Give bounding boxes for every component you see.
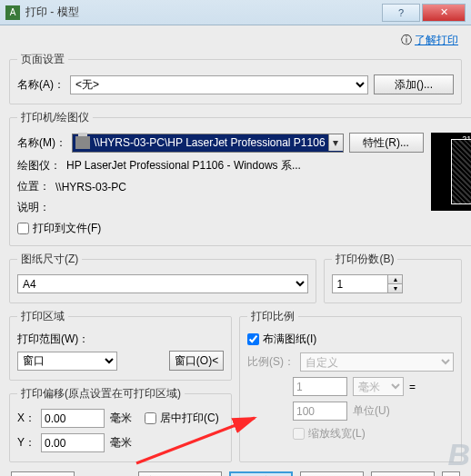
page-setup-group: 页面设置 名称(A)： <无> 添加()...: [9, 52, 462, 104]
window-pick-button[interactable]: 窗口(O)<: [169, 351, 224, 371]
print-scale-legend: 打印比例: [247, 309, 298, 324]
spin-down[interactable]: ▼: [388, 284, 402, 293]
preview-button[interactable]: 预览(P)...: [11, 471, 75, 476]
chevron-down-icon: ▾: [328, 134, 343, 151]
close-button[interactable]: ✕: [422, 4, 466, 22]
paper-preview: 210 MM 297 MM: [431, 133, 471, 211]
add-pagesetup-button[interactable]: 添加()...: [374, 74, 454, 94]
scale-num2-input: [293, 402, 347, 421]
plotter-label: 绘图仪：: [17, 158, 61, 174]
offset-x-input[interactable]: [41, 409, 105, 428]
print-range-label: 打印范围(W)：: [17, 332, 224, 347]
scale-select: 自定义: [300, 352, 454, 372]
printer-group: 打印机/绘图仪 名称(M)： \\HYRS-03-PC\HP LaserJet …: [9, 110, 471, 246]
printer-icon: [75, 136, 90, 149]
scale-label: 比例(S)：: [247, 354, 295, 370]
print-offset-group: 打印偏移(原点设置在可打印区域) X： 毫米 居中打印(C) Y： 毫米: [9, 386, 232, 462]
print-to-file-checkbox[interactable]: 打印到文件(F): [17, 221, 101, 236]
dialog-buttons: 预览(P)... 应用到布局(T) 确定 取消 帮助(H) ▸: [9, 468, 462, 476]
copies-legend: 打印份数(B): [332, 252, 397, 267]
scale-unit2-label: 单位(U): [353, 403, 390, 419]
offset-y-unit: 毫米: [110, 435, 132, 451]
offset-y-input[interactable]: [41, 433, 105, 452]
printer-properties-button[interactable]: 特性(R)...: [349, 133, 424, 153]
print-scale-group: 打印比例 布满图纸(I) 比例(S)： 自定义 毫米: [239, 309, 462, 462]
print-area-group: 打印区域 打印范围(W)： 窗口 窗口(O)<: [9, 309, 232, 381]
offset-x-label: X：: [17, 411, 35, 426]
printer-name-select[interactable]: \\HYRS-03-PC\HP LaserJet Professional P1…: [72, 134, 344, 153]
print-area-legend: 打印区域: [17, 309, 68, 324]
location-label: 位置：: [17, 179, 50, 194]
ok-button[interactable]: 确定: [229, 471, 293, 476]
app-icon: A: [5, 5, 20, 20]
page-setup-legend: 页面设置: [17, 52, 68, 67]
info-icon: ⓘ: [401, 34, 412, 46]
copies-group: 打印份数(B) ▲▼: [324, 252, 462, 303]
plotter-value: HP LaserJet Professional P1106 - Windows…: [66, 158, 424, 174]
cancel-button[interactable]: 取消: [300, 471, 364, 476]
help-dialog-button[interactable]: 帮助(H): [371, 471, 435, 476]
pagesetup-name-select[interactable]: <无>: [70, 75, 368, 94]
scale-lineweight-checkbox: 缩放线宽(L): [293, 426, 366, 441]
scale-num1-input: [293, 377, 347, 396]
copies-spinner[interactable]: ▲▼: [332, 274, 403, 293]
learn-print-link[interactable]: 了解打印: [415, 34, 458, 46]
help-button[interactable]: ?: [382, 4, 420, 22]
apply-to-layout-button[interactable]: 应用到布局(T): [138, 471, 222, 476]
fit-to-paper-checkbox[interactable]: 布满图纸(I): [247, 332, 316, 347]
pagesetup-name-label: 名称(A)：: [17, 77, 65, 93]
offset-y-label: Y：: [17, 435, 35, 451]
spin-up[interactable]: ▲: [388, 275, 402, 284]
printer-legend: 打印机/绘图仪: [17, 110, 93, 125]
print-offset-legend: 打印偏移(原点设置在可打印区域): [17, 386, 185, 402]
paper-size-group: 图纸尺寸(Z) A4: [9, 252, 316, 303]
print-range-select[interactable]: 窗口: [17, 352, 117, 371]
description-label: 说明：: [17, 200, 50, 215]
location-value: \\HYRS-03-PC: [55, 181, 424, 193]
printer-name-label: 名称(M)：: [17, 135, 66, 151]
expand-button[interactable]: ▸: [442, 471, 460, 476]
paper-size-legend: 图纸尺寸(Z): [17, 252, 82, 267]
scale-unit1-select: 毫米: [353, 377, 404, 396]
window-title: 打印 - 模型: [25, 5, 382, 20]
center-print-checkbox[interactable]: 居中打印(C): [145, 411, 219, 426]
offset-x-unit: 毫米: [110, 411, 132, 426]
paper-size-select[interactable]: A4: [17, 274, 308, 293]
titlebar: A 打印 - 模型 ? ✕: [0, 0, 471, 25]
